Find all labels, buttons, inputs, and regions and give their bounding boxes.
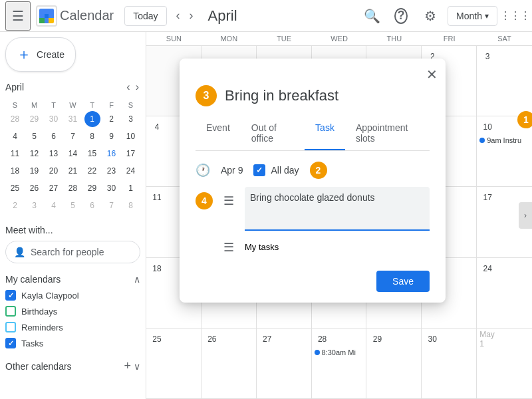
mini-day[interactable]: 6 [84,198,100,213]
mini-day[interactable]: 1 [123,180,139,196]
mini-day[interactable]: 2 [104,111,120,127]
mini-day[interactable]: 17 [123,146,139,162]
mini-day[interactable]: 23 [104,163,120,179]
mini-day[interactable]: 5 [27,128,43,144]
mini-dow-s2: S [121,100,140,110]
collapse-icon[interactable]: ∧ [134,274,140,285]
modal-header: ✕ [180,59,446,85]
mini-day[interactable]: 29 [27,111,43,127]
cal-day-28[interactable]: 28 8:30am Mi [312,329,367,399]
next-button[interactable]: › [186,5,198,27]
mini-day[interactable]: 5 [65,198,81,213]
today-button[interactable]: Today [124,6,166,26]
mini-day[interactable]: 25 [7,180,23,196]
mini-day[interactable]: 2 [7,198,23,213]
mini-day[interactable]: 3 [27,198,43,213]
calendar-event[interactable]: 9am Instru [479,136,529,144]
event-date[interactable]: Apr 9 [221,165,243,176]
calendar-event[interactable]: 8:30am Mi [315,348,364,356]
tab-event[interactable]: Event [196,117,241,150]
mini-day[interactable]: 31 [65,111,81,127]
mini-day[interactable]: 7 [65,128,81,144]
cal-day[interactable]: 25 [146,329,201,399]
modal-close-button[interactable]: ✕ [424,64,440,85]
cal-day-3[interactable]: 3 [477,46,532,116]
task-list-name[interactable]: My tasks [245,242,279,252]
settings-button[interactable]: ⚙ [418,4,442,28]
tab-task[interactable]: Task [305,117,345,150]
view-selector[interactable]: Month ▾ [448,6,497,26]
calendar-checkbox[interactable]: ✓ [5,338,16,348]
month-title: April [208,7,237,25]
help-button[interactable]: ? [389,4,413,28]
other-calendars-section: Other calendars + ∨ [5,356,140,376]
mini-day[interactable]: 13 [46,146,62,162]
expand-icon[interactable]: ∨ [134,361,140,372]
mini-day[interactable]: 4 [46,198,62,213]
mini-cal-prev[interactable]: ‹ [125,80,131,94]
mini-day[interactable]: 15 [84,146,100,162]
calendar-item-kayla[interactable]: ✓ Kayla Claypool [5,287,140,303]
mini-day[interactable]: 18 [7,163,23,179]
mini-day[interactable]: 8 [123,198,139,213]
tab-appointment-slots[interactable]: Appointment slots [345,117,430,150]
scroll-handle[interactable]: › [519,202,532,229]
description-field[interactable] [245,187,430,231]
calendar-item-tasks[interactable]: ✓ Tasks [5,335,140,351]
all-day-checkbox[interactable]: ✓ [253,164,265,176]
save-button[interactable]: Save [376,271,430,292]
mini-day[interactable]: 19 [27,163,43,179]
cal-day[interactable]: 27 [257,329,312,399]
calendar-item-reminders[interactable]: Reminders [5,319,140,335]
day-number: 18 [149,261,165,277]
calendar-checkbox[interactable]: ✓ [5,290,16,301]
search-people-button[interactable]: 👤 Search for people [5,241,140,263]
mini-day[interactable]: 6 [46,128,62,144]
mini-day[interactable]: 21 [65,163,81,179]
mini-day[interactable]: 11 [7,146,23,162]
logo-text: Calendar [60,8,114,23]
mini-day[interactable]: 9 [104,128,120,144]
mini-day[interactable]: 14 [65,146,81,162]
mini-day[interactable]: 26 [27,180,43,196]
prev-button[interactable]: ‹ [172,5,184,27]
apps-button[interactable]: ⋮⋮⋮ [503,4,527,28]
mini-day[interactable]: 28 [65,180,81,196]
day-number: May 1 [479,331,495,347]
other-calendars-title: Other calendars [5,361,72,372]
cal-day-may1[interactable]: May 1 [477,329,532,399]
tab-out-of-office[interactable]: Out of office [241,117,305,150]
cal-day[interactable]: 26 [201,329,257,399]
mini-day[interactable]: 30 [46,111,62,127]
add-calendar-icon[interactable]: + [124,359,131,373]
modal-title-row: 3 Bring in breakfast [196,85,430,106]
calendar-checkbox[interactable] [5,306,16,317]
cal-day[interactable]: 24 [477,258,532,329]
mini-day[interactable]: 28 [7,111,23,127]
create-label: Create [37,49,65,60]
mini-day[interactable]: 7 [104,198,120,213]
mini-day[interactable]: 3 [123,111,139,127]
mini-day[interactable]: 30 [104,180,120,196]
mini-day[interactable]: 27 [46,180,62,196]
mini-day-today[interactable]: 1 [84,111,100,127]
mini-day[interactable]: 20 [46,163,62,179]
calendar-item-birthdays[interactable]: Birthdays [5,303,140,319]
cal-day[interactable]: 30 [422,329,477,399]
mini-cal-next[interactable]: › [134,80,140,94]
mini-day[interactable]: 10 [123,128,139,144]
menu-button[interactable]: ☰ [5,1,31,31]
mini-day[interactable]: 29 [84,180,100,196]
mini-day[interactable]: 12 [27,146,43,162]
mini-day[interactable]: 16 [104,146,120,162]
mini-day[interactable]: 22 [84,163,100,179]
mini-day[interactable]: 4 [7,128,23,144]
event-text: 9am Instru [487,136,521,144]
cal-day[interactable]: 29 [366,329,422,399]
calendar-checkbox[interactable] [5,322,16,332]
search-button[interactable]: 🔍 [360,4,384,28]
mini-day[interactable]: 24 [123,163,139,179]
mini-day[interactable]: 8 [84,128,100,144]
cal-day-10[interactable]: 10 9am Instru 1 [477,116,532,187]
create-button[interactable]: ＋ Create [5,37,76,72]
